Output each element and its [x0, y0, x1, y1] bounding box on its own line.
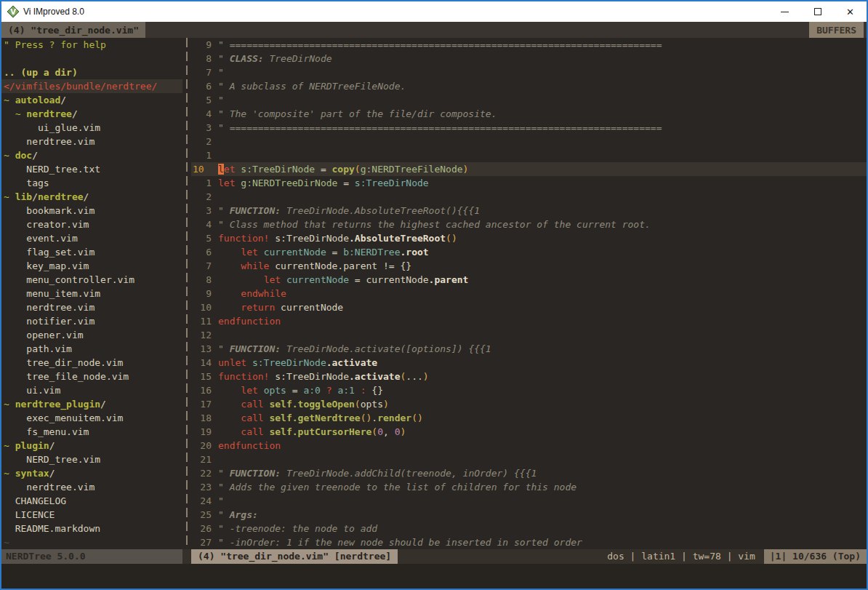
nerdtree-row[interactable]: ~ nerdtree_plugin/ — [1, 397, 182, 411]
code-line[interactable]: 21 — [191, 453, 867, 466]
line-number: 2 — [191, 135, 212, 148]
minimize-button[interactable] — [768, 1, 801, 22]
nerdtree-row[interactable]: bookmark.vim — [1, 204, 182, 218]
nerdtree-row[interactable]: ~ syntax/ — [1, 466, 182, 480]
cm-token: " ======================================… — [218, 39, 662, 50]
nerdtree-row[interactable]: tree_dir_node.vim — [1, 356, 182, 370]
line-number: 26 — [191, 522, 212, 535]
teal-token: currentNode — [264, 247, 326, 258]
nerdtree-row[interactable]: ~ plugin/ — [1, 439, 182, 453]
nerdtree-row[interactable]: NERD_tree.txt — [1, 162, 182, 176]
code-line[interactable]: 13" FUNCTION: TreeDirNode.activate([opti… — [191, 342, 867, 356]
code-line[interactable]: 10 return currentNode — [191, 300, 867, 314]
nerdtree-row[interactable]: ~ — [1, 535, 182, 549]
code-line[interactable]: 2 — [191, 135, 867, 148]
code-line[interactable]: 3" =====================================… — [191, 121, 867, 135]
code-line[interactable]: 6" A subclass of NERDTreeFileNode. — [191, 79, 867, 93]
nerdtree-row[interactable]: nerdtree.vim — [1, 480, 182, 494]
nerdtree-row[interactable]: nerdtree.vim — [1, 300, 182, 314]
nerdtree-row[interactable]: menu_controller.vim — [1, 273, 182, 287]
code-line[interactable]: 15function! s:TreeDirNode.activate(...) — [191, 370, 867, 383]
nerdtree-row[interactable]: flag_set.vim — [1, 245, 182, 259]
code-line[interactable]: 4" Class method that returns the highest… — [191, 218, 867, 231]
code-line[interactable]: 26" -treenode: the node to add — [191, 522, 867, 535]
code-line[interactable]: 24" — [191, 494, 867, 508]
code-line[interactable]: 7 while currentNode.parent != {} — [191, 259, 867, 273]
nerdtree-row[interactable]: ~ doc/ — [1, 148, 182, 162]
nerdtree-row[interactable]: tree_file_node.vim — [1, 370, 182, 383]
nerdtree-row[interactable]: fs_menu.vim — [1, 425, 182, 439]
nerdtree-row[interactable]: opener.vim — [1, 328, 182, 342]
code-line[interactable]: 3" FUNCTION: TreeDirNode.AbsoluteTreeRoo… — [191, 204, 867, 218]
code-line[interactable]: 12 — [191, 328, 867, 342]
command-line[interactable] — [1, 564, 867, 589]
window-separator[interactable] — [182, 38, 191, 549]
code-line[interactable]: 14unlet s:TreeDirNode.activate — [191, 356, 867, 370]
nerdtree-row[interactable]: ~ nerdtree/ — [1, 107, 182, 121]
vim-app-icon[interactable]: V — [7, 6, 19, 17]
nerdtree-row[interactable]: event.vim — [1, 231, 182, 245]
code-line[interactable]: 8" CLASS: TreeDirNode — [191, 52, 867, 65]
fg-token — [258, 385, 264, 396]
nerdtree-row[interactable]: LICENCE — [1, 508, 182, 522]
mb-token: .root — [400, 247, 428, 258]
tab-tree-dir-node[interactable]: (4) "tree_dir_node.vim" — [1, 22, 145, 38]
nerdtree-row[interactable]: .. (up a dir) — [1, 65, 182, 79]
nerdtree-row[interactable]: README.markdown — [1, 522, 182, 535]
file-token: CHANGELOG — [4, 495, 66, 506]
close-button[interactable]: ✕ — [834, 1, 867, 22]
nerdtree-row[interactable]: </vimfiles/bundle/nerdtree/ — [1, 79, 182, 93]
file-token: fs_menu.vim — [4, 426, 89, 437]
code-line[interactable]: 11endfunction — [191, 314, 867, 328]
editor-pane[interactable]: 9" =====================================… — [191, 38, 867, 549]
code-line[interactable]: 9 endwhile — [191, 287, 867, 300]
code-line[interactable]: 5function! s:TreeDirNode.AbsoluteTreeRoo… — [191, 231, 867, 245]
nerdtree-row[interactable]: creator.vim — [1, 218, 182, 231]
code-line[interactable]: 17 call self.toggleOpen(opts) — [191, 397, 867, 411]
code-text: " — [218, 494, 224, 508]
maximize-button[interactable] — [801, 1, 834, 22]
kw-token: et — [224, 164, 236, 175]
nerdtree-row[interactable]: ~ autoload/ — [1, 93, 182, 107]
cm-token: " — [218, 95, 224, 105]
code-line[interactable]: 25" Args: — [191, 508, 867, 522]
code-line[interactable]: 19 call self.putCursorHere(0, 0) — [191, 425, 867, 439]
nerdtree-row[interactable]: ui_glue.vim — [1, 121, 182, 135]
code-line[interactable]: 27" -inOrder: 1 if the new node should b… — [191, 535, 867, 549]
nerdtree-row[interactable]: nerdtree.vim — [1, 135, 182, 148]
vim-window: V Vi IMproved 8.0 ✕ (4) "tree_dir_node.v… — [0, 0, 868, 590]
code-line[interactable]: 6 let currentNode = b:NERDTree.root — [191, 245, 867, 259]
code-line[interactable]: 1let g:NERDTreeDirNode = s:TreeDirNode — [191, 176, 867, 190]
code-line[interactable]: 7" — [191, 65, 867, 79]
code-text: " ======================================… — [218, 38, 662, 52]
code-line[interactable]: 9" =====================================… — [191, 38, 867, 52]
nerdtree-row[interactable]: " Press ? for help — [1, 38, 182, 52]
fg-token — [218, 385, 241, 396]
code-line[interactable]: 23" Adds the given treenode to the list … — [191, 480, 867, 494]
nerdtree-row[interactable]: exec_menuitem.vim — [1, 411, 182, 425]
fg-token: currentNode.parent != {} — [269, 260, 411, 271]
nerdtree-row[interactable] — [1, 52, 182, 65]
nerdtree-row[interactable]: NERD_tree.vim — [1, 453, 182, 466]
code-line[interactable]: 1 — [191, 148, 867, 162]
nerdtree-row[interactable]: path.vim — [1, 342, 182, 356]
code-line-current[interactable]: 10let s:TreeDirNode = copy(g:NERDTreeFil… — [191, 162, 867, 176]
nerdtree-row[interactable]: ui.vim — [1, 383, 182, 397]
code-line[interactable]: 22" FUNCTION: TreeDirNode.addChild(treen… — [191, 466, 867, 480]
nerdtree-row[interactable]: CHANGELOG — [1, 494, 182, 508]
nerdtree-row[interactable]: ~ lib/nerdtree/ — [1, 190, 182, 204]
code-line[interactable]: 18 call self.getNerdtree().render() — [191, 411, 867, 425]
par-token: () — [446, 233, 457, 244]
nerdtree-pane[interactable]: " Press ? for help.. (up a dir)</vimfile… — [1, 38, 182, 549]
nerdtree-row[interactable]: menu_item.vim — [1, 287, 182, 300]
nerdtree-row[interactable]: notifier.vim — [1, 314, 182, 328]
code-line[interactable]: 20endfunction — [191, 439, 867, 453]
nerdtree-row[interactable]: tags — [1, 176, 182, 190]
code-line[interactable]: 5" — [191, 93, 867, 107]
code-line[interactable]: 8 let currentNode = currentNode.parent — [191, 273, 867, 287]
code-line[interactable]: 2 — [191, 190, 867, 204]
nerdtree-row[interactable]: key_map.vim — [1, 259, 182, 273]
code-line[interactable]: 4" The 'composite' part of the file/dir … — [191, 107, 867, 121]
cm-token: " Adds the given treenode to the list of… — [218, 482, 576, 493]
code-line[interactable]: 16 let opts = a:0 ? a:1 : {} — [191, 383, 867, 397]
